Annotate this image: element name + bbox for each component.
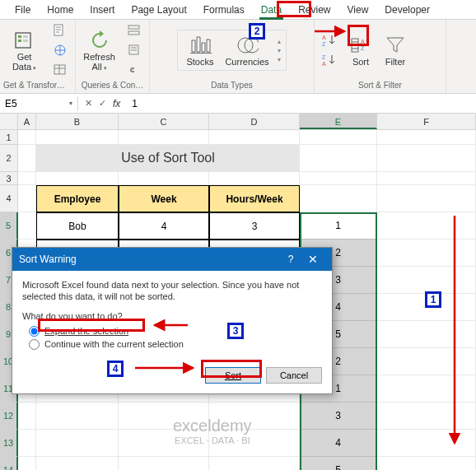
cancel-formula-icon[interactable]: ✕ [85,98,92,109]
from-web-icon [53,43,68,58]
sort-az-icon: AZ [322,33,337,48]
cell-e13[interactable]: 4 [300,430,377,457]
select-all-corner[interactable] [0,114,18,129]
header-hours[interactable]: Hours/Week [209,185,300,212]
stocks-icon [189,34,212,57]
col-header-e[interactable]: E [300,114,377,129]
sort-button[interactable]: AZ Sort [346,32,376,68]
group-get-transform: Get Data▾ Get & Transform D… [0,20,76,93]
group-label-data-types: Data Types [153,79,310,91]
cell-c5[interactable]: 4 [119,212,209,240]
sheet-title[interactable]: Use of Sort Tool [36,145,300,172]
ribbon-tabs: File Home Insert Page Layout Formulas Da… [0,0,476,20]
tab-file[interactable]: File [7,1,39,19]
get-data-icon [13,29,36,52]
callout-3: 3 [227,323,244,339]
svg-rect-4 [23,40,28,42]
svg-point-13 [245,38,259,53]
dialog-help-button[interactable]: ? [281,254,301,265]
get-data-button[interactable]: Get Data▾ [3,27,45,73]
tab-home[interactable]: Home [39,1,82,19]
tab-page-layout[interactable]: Page Layout [123,1,194,19]
sort-za-icon: ZA [322,53,337,67]
tab-data[interactable]: Data [253,1,290,19]
sort-desc-button[interactable]: ZA [318,51,341,69]
dialog-titlebar[interactable]: Sort Warning ? ✕ [12,248,332,271]
edit-links-button[interactable] [123,61,146,79]
dialog-cancel-button[interactable]: Cancel [266,367,322,384]
stocks-label: Stocks [186,57,213,67]
filter-icon [384,34,407,57]
currencies-label: Currencies [225,57,268,67]
edit-links-icon [127,63,142,77]
tab-review[interactable]: Review [290,1,338,19]
from-web-button[interactable] [49,41,72,59]
svg-rect-11 [190,53,212,54]
from-table-button[interactable] [49,61,72,79]
scroll-up-icon[interactable]: ▴ [278,38,281,45]
col-header-a[interactable]: A [18,114,36,129]
name-box[interactable]: E5 ▾ [0,96,78,111]
refresh-all-button[interactable]: Refresh All▾ [79,27,119,73]
properties-icon [127,43,142,58]
header-week[interactable]: Week [119,185,209,212]
refresh-icon [88,29,111,52]
queries-connections-button[interactable] [123,21,146,40]
option-expand-label: Expand the selection [44,326,128,336]
tab-insert[interactable]: Insert [82,1,123,19]
from-text-icon [53,23,68,38]
dialog-question: What do you want to do? [22,311,322,321]
header-employee[interactable]: Employee [36,185,119,212]
group-label-get-transform: Get & Transform D… [3,79,72,91]
refresh-all-label: Refresh All [83,52,115,72]
cell-e12[interactable]: 3 [300,403,377,430]
svg-text:A: A [322,35,326,40]
tab-developer[interactable]: Developer [376,1,438,19]
col-header-c[interactable]: C [119,114,209,129]
option-continue-label: Continue with the current selection [44,339,184,349]
radio-expand[interactable] [29,326,40,337]
sort-icon: AZ [349,34,372,57]
enter-formula-icon[interactable]: ✓ [99,98,106,109]
connections-icon [127,23,142,38]
dialog-close-button[interactable]: ✕ [301,253,325,266]
option-continue-current[interactable]: Continue with the current selection [29,339,322,350]
scroll-down-icon[interactable]: ▾ [278,47,281,54]
svg-text:Z: Z [322,54,326,60]
col-header-d[interactable]: D [209,114,300,129]
radio-continue[interactable] [29,339,40,350]
filter-button[interactable]: Filter [380,32,410,68]
watermark: exceldemy EXCEL · DATA · BI [173,416,252,445]
properties-button[interactable] [123,41,146,59]
col-header-f[interactable]: F [377,114,476,129]
cell-b5[interactable]: Bob [36,212,119,240]
group-label-sort-filter: Sort & Filter [318,79,442,91]
stocks-button[interactable]: Stocks [183,32,217,68]
from-table-icon [53,63,68,77]
sort-warning-dialog: Sort Warning ? ✕ Microsoft Excel found d… [12,247,333,394]
dialog-title: Sort Warning [19,254,281,265]
from-text-button[interactable] [49,21,72,40]
dialog-sort-button[interactable]: Sort [205,367,261,384]
filter-label: Filter [385,57,405,67]
name-box-dropdown-icon[interactable]: ▾ [69,100,72,107]
group-data-types: Stocks Currencies ▴ ▾ ▾ Data Types [150,20,315,93]
cell-e14[interactable]: 5 [300,457,377,470]
cell-d5[interactable]: 3 [209,212,300,240]
col-header-b[interactable]: B [36,114,119,129]
ribbon: Get Data▾ Get & Transform D… Refresh All… [0,20,476,94]
group-label-queries: Queries & Con… [79,79,146,91]
formula-input[interactable]: 1 [127,96,476,111]
cell-e5[interactable]: 1 [300,212,377,240]
callout-2: 2 [249,23,265,40]
svg-text:A: A [322,61,326,67]
svg-text:A: A [361,39,365,44]
callout-4: 4 [107,361,124,377]
sort-asc-button[interactable]: AZ [318,31,341,49]
fx-icon[interactable]: fx [113,98,120,109]
option-expand-selection[interactable]: Expand the selection [29,326,322,337]
tab-formulas[interactable]: Formulas [195,1,253,19]
expand-icon[interactable]: ▾ [278,56,281,63]
group-queries: Refresh All▾ Queries & Con… [76,20,150,93]
tab-view[interactable]: View [339,1,377,19]
